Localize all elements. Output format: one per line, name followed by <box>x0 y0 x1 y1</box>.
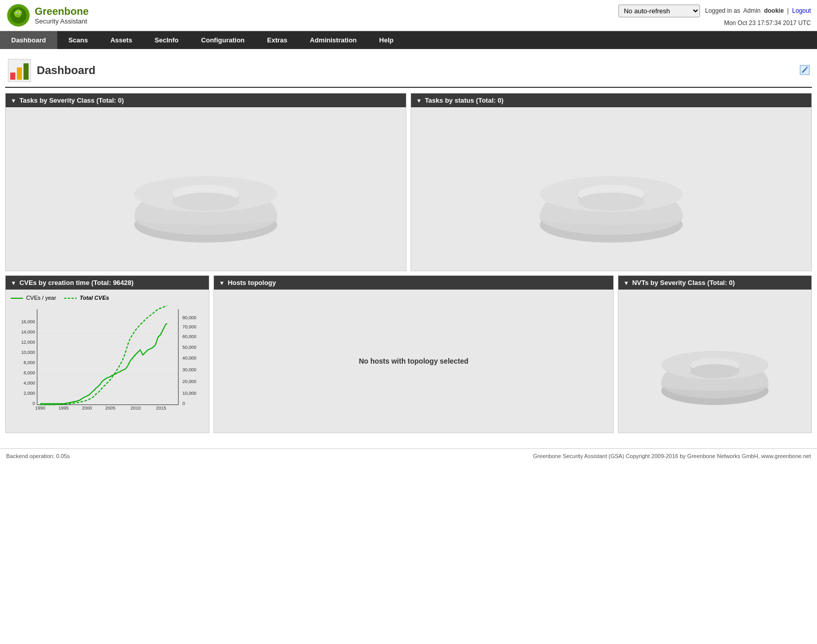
svg-text:12,000: 12,000 <box>21 340 35 345</box>
cves-time-panel: ▼ CVEs by creation time (Total: 96428) C… <box>5 275 209 433</box>
nvts-severity-body <box>618 290 811 433</box>
svg-text:30,000: 30,000 <box>182 367 196 372</box>
donut-chart-3 <box>654 310 776 412</box>
dashboard-header: Dashboard <box>5 54 812 88</box>
tasks-status-body <box>411 107 811 271</box>
nav-item-administration[interactable]: Administration <box>299 31 368 49</box>
cves-time-header: ▼ CVEs by creation time (Total: 96428) <box>6 276 209 290</box>
tasks-status-panel: ▼ Tasks by status (Total: 0) <box>411 93 812 271</box>
svg-text:16,000: 16,000 <box>21 319 35 324</box>
tasks-severity-body <box>6 107 406 271</box>
user-info: Logged in as Admin dookie | Logout <box>705 7 811 14</box>
svg-point-64 <box>690 364 739 378</box>
svg-text:60,000: 60,000 <box>182 334 196 339</box>
collapse-arrow-3[interactable]: ▼ <box>11 280 16 286</box>
nav-item-help[interactable]: Help <box>368 31 405 49</box>
svg-rect-7 <box>10 73 15 80</box>
app-name: Greenbone <box>35 5 89 17</box>
page-content: Dashboard ▼ Tasks by Severity Class (Tot… <box>0 49 817 438</box>
panels-row2: ▼ CVEs by creation time (Total: 96428) C… <box>5 275 812 433</box>
svg-rect-9 <box>23 63 29 80</box>
legend-solid-item: CVEs / year <box>11 295 56 301</box>
cve-line-chart: 0 2,000 4,000 6,000 8,000 10,000 12,000 … <box>11 304 204 411</box>
svg-rect-8 <box>17 67 22 80</box>
page-title: Dashboard <box>37 64 95 77</box>
svg-text:50,000: 50,000 <box>182 345 196 350</box>
tasks-severity-title: Tasks by Severity Class (Total: 0) <box>19 97 124 104</box>
app-subtitle: Security Assistant <box>35 17 89 26</box>
hosts-topology-panel: ▼ Hosts topology No hosts with topology … <box>213 275 614 433</box>
dashboard-icon <box>7 58 32 83</box>
username: dookie <box>764 7 784 14</box>
svg-text:40,000: 40,000 <box>182 355 196 361</box>
svg-text:2,000: 2,000 <box>23 391 35 396</box>
nav-item-dashboard[interactable]: Dashboard <box>0 31 57 49</box>
svg-text:0: 0 <box>182 401 185 406</box>
svg-text:2000: 2000 <box>82 406 92 411</box>
nvts-severity-chart <box>618 290 811 433</box>
legend-dashed-label: Total CVEs <box>80 295 109 301</box>
svg-text:2015: 2015 <box>156 406 166 411</box>
edit-dashboard-button[interactable] <box>800 65 810 77</box>
header-top-right: No auto-refresh 30 seconds 1 minute 5 mi… <box>618 5 811 17</box>
nav-item-configuration[interactable]: Configuration <box>190 31 256 49</box>
svg-text:10,000: 10,000 <box>182 391 196 396</box>
auto-refresh-select[interactable]: No auto-refresh 30 seconds 1 minute 5 mi… <box>618 5 700 17</box>
collapse-arrow-2[interactable]: ▼ <box>416 98 422 104</box>
svg-point-5 <box>20 13 21 14</box>
nav-item-secinfo[interactable]: SecInfo <box>143 31 190 49</box>
tasks-severity-panel: ▼ Tasks by Severity Class (Total: 0) <box>5 93 406 271</box>
tasks-status-title: Tasks by status (Total: 0) <box>425 97 503 104</box>
nav-item-scans[interactable]: Scans <box>57 31 99 49</box>
svg-text:80,000: 80,000 <box>182 315 196 320</box>
hosts-topology-title: Hosts topology <box>228 279 276 287</box>
donut-chart-1 <box>124 123 287 255</box>
svg-text:10,000: 10,000 <box>21 350 35 355</box>
header-right: No auto-refresh 30 seconds 1 minute 5 mi… <box>618 5 811 27</box>
svg-point-15 <box>173 193 239 211</box>
svg-point-20 <box>578 193 644 211</box>
legend-dashed-item: Total CVEs <box>64 295 109 301</box>
backend-op: Backend operation: 0.05s <box>6 453 70 459</box>
svg-text:14,000: 14,000 <box>21 329 35 335</box>
nvts-severity-header: ▼ NVTs by Severity Class (Total: 0) <box>618 276 811 290</box>
user-role: Admin <box>743 7 760 14</box>
collapse-arrow-4[interactable]: ▼ <box>219 280 225 286</box>
copyright: Greenbone Security Assistant (GSA) Copyr… <box>533 453 811 459</box>
page-footer: Backend operation: 0.05s Greenbone Secur… <box>0 448 817 463</box>
nav-item-assets[interactable]: Assets <box>99 31 143 49</box>
page-header: Greenbone Security Assistant No auto-ref… <box>0 0 817 31</box>
hosts-topology-header: ▼ Hosts topology <box>214 276 613 290</box>
svg-text:70,000: 70,000 <box>182 324 196 329</box>
logo-icon <box>6 3 31 28</box>
svg-text:2010: 2010 <box>131 406 141 411</box>
dashboard-title-area: Dashboard <box>7 58 95 83</box>
main-navbar: Dashboard Scans Assets SecInfo Configura… <box>0 31 817 49</box>
svg-point-4 <box>17 13 18 14</box>
edit-icon <box>800 65 810 75</box>
nav-item-extras[interactable]: Extras <box>256 31 299 49</box>
collapse-arrow-5[interactable]: ▼ <box>623 280 629 286</box>
collapse-arrow-1[interactable]: ▼ <box>11 98 16 104</box>
tasks-severity-chart <box>6 107 406 271</box>
legend-solid-label: CVEs / year <box>26 295 56 301</box>
svg-text:20,000: 20,000 <box>182 379 196 384</box>
logo-area: Greenbone Security Assistant <box>6 3 89 28</box>
logged-in-as-label: Logged in as <box>705 7 740 14</box>
cves-chart-area: CVEs / year Total CVEs 0 2,00 <box>6 290 209 433</box>
cves-time-title: CVEs by creation time (Total: 96428) <box>19 279 134 287</box>
no-hosts-message: No hosts with topology selected <box>359 357 469 365</box>
logo-text: Greenbone Security Assistant <box>35 5 89 26</box>
cves-time-body: CVEs / year Total CVEs 0 2,00 <box>6 290 209 433</box>
tasks-status-chart <box>411 107 811 271</box>
tasks-severity-header: ▼ Tasks by Severity Class (Total: 0) <box>6 93 406 107</box>
datetime-display: Mon Oct 23 17:57:34 2017 UTC <box>724 19 811 27</box>
legend-dashed-line <box>64 296 77 300</box>
svg-text:2005: 2005 <box>105 406 115 411</box>
svg-text:0: 0 <box>33 401 35 406</box>
svg-text:4,000: 4,000 <box>23 380 35 386</box>
chart-legend: CVEs / year Total CVEs <box>11 295 204 301</box>
svg-text:1990: 1990 <box>35 406 45 411</box>
legend-solid-line <box>11 296 23 300</box>
logout-button[interactable]: Logout <box>792 7 811 14</box>
